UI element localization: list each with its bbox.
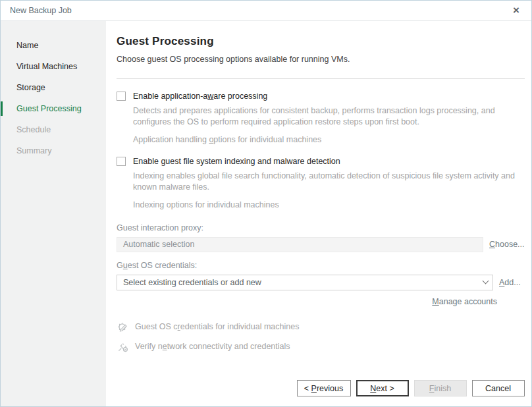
indexing-description: Indexing enables global file search func… (133, 171, 525, 193)
wizard-steps-sidebar: Name Virtual Machines Storage Guest Proc… (1, 21, 106, 406)
guest-interaction-proxy-field: Automatic selection (117, 237, 483, 252)
gear-pencil-icon (117, 321, 129, 333)
new-backup-job-dialog: New Backup Job × Name Virtual Machines S… (0, 0, 532, 407)
guest-os-credentials-dropdown[interactable]: Select existing credentials or add new (117, 275, 493, 290)
sidebar-item-virtual-machines[interactable]: Virtual Machines (1, 56, 106, 77)
finish-button: Finish (414, 380, 467, 396)
sidebar-item-storage[interactable]: Storage (1, 77, 106, 98)
choose-proxy-link[interactable]: Choose... (489, 240, 525, 249)
indexing-checkbox[interactable] (117, 157, 126, 166)
sidebar-item-guest-processing[interactable]: Guest Processing (1, 98, 106, 119)
guest-interaction-proxy-label: Guest interaction proxy: (117, 223, 525, 232)
indexing-options-link[interactable]: Indexing options for individual machines (133, 200, 525, 209)
title-bar: New Backup Job × (1, 1, 531, 21)
indexing-checkbox-label[interactable]: Enable guest file system indexing and ma… (133, 157, 340, 166)
credentials-dropdown-value: Select existing credentials or add new (123, 278, 261, 287)
sidebar-item-summary[interactable]: Summary (1, 140, 106, 161)
app-aware-description: Detects and prepares applications for co… (133, 105, 525, 128)
page-subtitle: Choose guest OS processing options avail… (117, 55, 525, 64)
window-title: New Backup Job (10, 6, 72, 15)
wizard-footer: < Previous Next > Finish Cancel (297, 380, 525, 396)
network-test-icon (117, 340, 129, 353)
page-title: Guest Processing (117, 21, 525, 48)
app-handling-options-link[interactable]: Application handling options for individ… (133, 135, 525, 144)
add-credentials-link[interactable]: Add... (499, 278, 521, 287)
previous-button[interactable]: < Previous (297, 380, 351, 396)
chevron-down-icon[interactable] (478, 275, 492, 290)
manage-accounts-link[interactable]: Manage accounts (432, 297, 497, 306)
sidebar-item-name[interactable]: Name (1, 35, 106, 56)
guest-os-credentials-label: Guest OS credentials: (117, 261, 525, 270)
app-aware-checkbox[interactable] (117, 92, 126, 101)
verify-network-link[interactable]: Verify network connectivity and credenti… (135, 342, 290, 351)
guest-processing-panel: Guest Processing Choose guest OS process… (106, 21, 532, 406)
cancel-button[interactable]: Cancel (472, 380, 525, 396)
divider (117, 78, 525, 79)
sidebar-item-schedule[interactable]: Schedule (1, 119, 106, 140)
app-aware-checkbox-label[interactable]: Enable application-aware processing (133, 92, 267, 101)
next-button[interactable]: Next > (356, 380, 409, 396)
per-vm-credentials-link[interactable]: Guest OS credentials for individual mach… (135, 322, 299, 331)
close-icon[interactable]: × (510, 4, 523, 17)
